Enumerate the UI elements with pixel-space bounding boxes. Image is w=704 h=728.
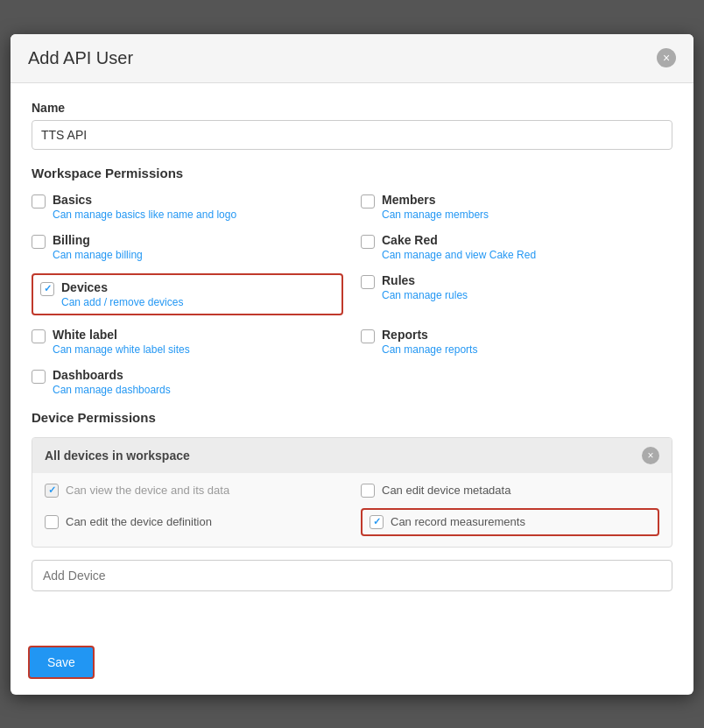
permission-members: Members Can manage members	[361, 193, 672, 221]
modal-title: Add API User	[28, 48, 133, 68]
save-button[interactable]: Save	[28, 646, 95, 679]
perm-desc-reports: Can manage reports	[382, 343, 477, 356]
permission-cake-red: Cake Red Can manage and view Cake Red	[361, 233, 672, 261]
device-perm-view: ✓ Can view the device and its data	[45, 484, 343, 498]
permission-basics: Basics Can manage basics like name and l…	[32, 193, 343, 221]
all-devices-label: All devices in workspace	[45, 449, 190, 463]
perm-desc-rules: Can manage rules	[382, 289, 468, 301]
perm-desc-devices: Can add / remove devices	[61, 296, 183, 308]
permission-white-label: White label Can manage white label sites	[32, 328, 343, 356]
checkbox-view-device: ✓	[45, 484, 59, 498]
device-permissions-title: Device Permissions	[32, 410, 672, 425]
permission-dashboards: Dashboards Can manage dashboards	[32, 368, 343, 396]
label-edit-metadata: Can edit device metadata	[382, 484, 510, 497]
permission-billing: Billing Can manage billing	[32, 233, 343, 261]
name-label: Name	[32, 101, 672, 115]
all-devices-box: All devices in workspace × ✓ Can view th…	[32, 437, 672, 548]
permission-devices: ✓ Devices Can add / remove devices	[32, 273, 343, 315]
label-view-device: Can view the device and its data	[66, 484, 229, 497]
device-permissions-section: Device Permissions All devices in worksp…	[32, 410, 672, 605]
modal-body: Name Workspace Permissions Basics Can ma…	[11, 83, 693, 637]
device-perm-edit-metadata: Can edit device metadata	[361, 484, 659, 498]
label-record-measurements: Can record measurements	[391, 515, 525, 528]
perm-name-rules: Rules	[382, 273, 468, 287]
checkbox-white-label[interactable]	[32, 329, 46, 343]
perm-desc-members: Can manage members	[382, 209, 489, 221]
checkbox-rules[interactable]	[361, 275, 375, 289]
perm-name-cake-red: Cake Red	[382, 233, 536, 247]
checkbox-edit-metadata[interactable]	[361, 484, 375, 498]
perm-name-dashboards: Dashboards	[53, 368, 171, 382]
device-perm-edit-definition: Can edit the device definition	[45, 508, 343, 536]
add-device-input[interactable]	[32, 560, 672, 591]
workspace-permissions-section: Workspace Permissions Basics Can manage …	[32, 166, 672, 396]
modal-header: Add API User ×	[11, 34, 693, 83]
perm-name-devices: Devices	[61, 280, 183, 294]
checkbox-cake-red[interactable]	[361, 235, 375, 249]
perm-name-basics: Basics	[53, 193, 236, 207]
checkbox-devices[interactable]: ✓	[40, 282, 54, 296]
permission-reports: Reports Can manage reports	[361, 328, 672, 356]
name-group: Name	[32, 101, 672, 150]
add-api-user-modal: Add API User × Name Workspace Permission…	[11, 34, 693, 695]
checkbox-dashboards[interactable]	[32, 370, 46, 384]
checkbox-members[interactable]	[361, 194, 375, 209]
perm-desc-basics: Can manage basics like name and logo	[53, 209, 236, 221]
checkbox-basics[interactable]	[32, 194, 46, 209]
label-edit-definition: Can edit the device definition	[66, 515, 212, 528]
all-devices-close-button[interactable]: ×	[642, 447, 659, 464]
checkbox-billing[interactable]	[32, 235, 46, 249]
perm-name-billing: Billing	[53, 233, 143, 247]
close-button[interactable]: ×	[657, 48, 676, 67]
permission-rules: Rules Can manage rules	[361, 273, 672, 315]
checkbox-edit-definition[interactable]	[45, 515, 59, 529]
perm-name-members: Members	[382, 193, 489, 207]
perm-name-reports: Reports	[382, 328, 477, 342]
checkbox-reports[interactable]	[361, 329, 375, 343]
name-input[interactable]	[32, 120, 672, 150]
workspace-permissions-title: Workspace Permissions	[32, 166, 672, 180]
perm-desc-white-label: Can manage white label sites	[53, 343, 190, 356]
workspace-permissions-grid: Basics Can manage basics like name and l…	[32, 193, 672, 396]
checkbox-record-measurements[interactable]: ✓	[370, 515, 384, 529]
all-devices-header: All devices in workspace ×	[32, 438, 672, 473]
perm-desc-cake-red: Can manage and view Cake Red	[382, 249, 536, 261]
device-perm-record-measurements: ✓ Can record measurements	[361, 508, 659, 536]
perm-name-white-label: White label	[53, 328, 190, 342]
device-perm-body: ✓ Can view the device and its data Can e…	[32, 473, 672, 547]
modal-footer: Save	[11, 637, 693, 695]
perm-desc-billing: Can manage billing	[53, 249, 143, 261]
perm-desc-dashboards: Can manage dashboards	[53, 384, 171, 396]
